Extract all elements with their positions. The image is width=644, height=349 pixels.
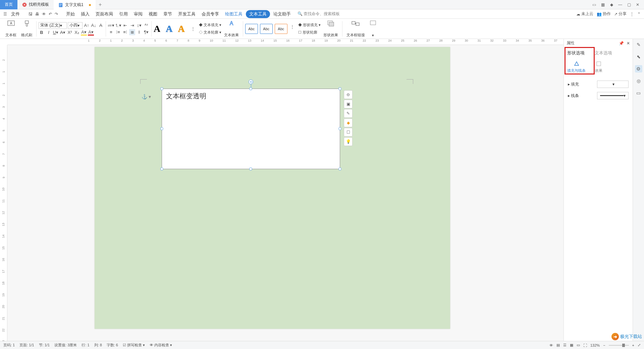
bold-button[interactable]: B (39, 30, 45, 36)
font-size-select[interactable]: 小四 ▾ (68, 22, 83, 29)
fit-icon[interactable]: ⛶ (583, 343, 587, 347)
sort-button[interactable]: ᴬᶻ (143, 22, 149, 29)
view-read-icon[interactable]: ▭ (577, 343, 580, 347)
status-chars[interactable]: 字数: 6 (107, 343, 118, 348)
strike-button[interactable]: A̶▾ (60, 30, 66, 36)
cloud-button[interactable]: ☁ 未上云 (576, 11, 593, 17)
text-style-a1[interactable]: A (154, 23, 160, 34)
tab-template[interactable]: 找稻壳模板 (17, 0, 54, 9)
text-outline-button[interactable]: ◇ 文本轮廓 ▾ (199, 30, 221, 35)
vertical-ruler[interactable]: 2112345678910111213141516171819202122232… (0, 45, 7, 341)
hamburger-icon[interactable]: ☰ (3, 12, 7, 16)
resize-handle-ne[interactable] (338, 87, 341, 90)
close-panel-icon[interactable]: ✕ (627, 41, 630, 46)
save-icon[interactable]: 🖫 (29, 12, 33, 16)
textbox-group[interactable]: A 文本框 (3, 20, 18, 38)
side-location-icon[interactable]: ◎ (635, 77, 642, 85)
super-button[interactable]: X² (67, 30, 73, 36)
shrink-font-icon[interactable]: A↓ (91, 22, 97, 29)
panel-tab-shape[interactable]: 形状选项 (567, 50, 585, 57)
menu-reference[interactable]: 引用 (116, 10, 130, 18)
menu-text-tool[interactable]: 文本工具 (246, 10, 270, 18)
shape-outline-button[interactable]: ☐ 形状轮廓 (298, 30, 317, 35)
float-idea-button[interactable]: 💡 (344, 137, 353, 146)
zoom-in-button[interactable]: + (632, 343, 634, 347)
textbox-link-group[interactable]: 文本框链接 (344, 20, 367, 38)
share-button[interactable]: ↗ 分享 (614, 11, 627, 17)
menu-draw-tool[interactable]: 绘图工具 (222, 10, 245, 18)
clear-format-icon[interactable]: A̶ (98, 22, 104, 29)
resize-handle-w[interactable] (160, 127, 163, 130)
float-outline-button[interactable]: ☐ (344, 128, 353, 137)
status-page[interactable]: 页面: 1/1 (19, 343, 34, 348)
undo-icon[interactable]: ↶ (49, 12, 52, 16)
search-input[interactable]: 🔍 查找命令、搜索模板 (298, 11, 340, 17)
side-settings-icon[interactable]: ⚙ (635, 65, 642, 72)
minimize-button[interactable]: — (616, 1, 624, 8)
resize-handle-se[interactable] (338, 167, 341, 170)
document-canvas[interactable]: ⚓ ▾ 文本框变透明 ⟲ ⊖ ▣ ✎ ◆ ☐ 💡 (7, 45, 564, 341)
para-spacing-button[interactable]: ¶▾ (143, 29, 149, 35)
horizontal-ruler[interactable]: 1212345678910111213141516171819202122232… (7, 39, 564, 45)
resize-handle-sw[interactable] (160, 167, 163, 170)
tab-home[interactable]: 首页 (0, 0, 17, 9)
file-menu[interactable]: 文件 (8, 10, 22, 18)
preview-icon[interactable]: 👁 (42, 12, 46, 16)
shape-fill-button[interactable]: ◆ 形状填充 ▾ (298, 22, 321, 28)
line-section[interactable]: ▸ 线条 (568, 93, 579, 99)
layout-icon[interactable]: ▭ (590, 1, 598, 8)
status-eye-icon[interactable]: 👁 (549, 343, 553, 347)
line-select[interactable]: ▾ (597, 92, 629, 99)
apps-icon[interactable]: ▦ (599, 1, 606, 8)
font-name-select[interactable]: 宋体 (正文) ▾ (39, 22, 67, 29)
zoom-slider[interactable] (609, 345, 629, 346)
side-select-icon[interactable]: ⬉ (635, 53, 642, 60)
fill-select[interactable]: ▾ (597, 81, 629, 88)
outdent-button[interactable]: ⇤ (122, 22, 128, 29)
zoom-out-button[interactable]: − (603, 343, 605, 347)
grow-font-icon[interactable]: A↑ (84, 22, 90, 29)
menu-vip[interactable]: 会员专享 (199, 10, 222, 18)
close-button[interactable]: ✕ (634, 1, 641, 8)
distribute-button[interactable]: ⫴ (136, 29, 142, 35)
menu-insert[interactable]: 插入 (78, 10, 92, 18)
bullets-button[interactable]: ≔▾ (108, 22, 114, 29)
shape-effect-group[interactable]: 形状效果 (321, 20, 340, 38)
text-effect-group[interactable]: A 文本效果 (222, 20, 241, 38)
overflow-group[interactable]: ▾ (368, 20, 378, 38)
align-center-button[interactable]: ⁝≡ (115, 29, 121, 35)
justify-button[interactable]: ≣ (129, 29, 135, 35)
zoom-level[interactable]: 132% (590, 343, 600, 347)
float-fill-button[interactable]: ◆ (344, 118, 353, 127)
collapse-ribbon-icon[interactable]: ⌃ (637, 12, 641, 16)
shape-style-2[interactable]: Abc (260, 24, 273, 34)
align-right-button[interactable]: ≡⁝ (122, 29, 128, 35)
skin-icon[interactable]: ◆ (608, 1, 615, 8)
resize-handle-n[interactable] (249, 87, 252, 90)
coop-button[interactable]: 👥 协作 (597, 11, 611, 17)
text-box[interactable]: 文本框变透明 ⟲ ⊖ ▣ ✎ ◆ ☐ 💡 (162, 89, 340, 169)
status-content[interactable]: 👁 内容检查 ▾ (150, 343, 172, 348)
fullscreen-icon[interactable]: ⤢ (638, 343, 641, 347)
pin-icon[interactable]: 📌 (619, 41, 624, 46)
float-edit-button[interactable]: ✎ (344, 109, 353, 118)
menu-dev[interactable]: 开发工具 (175, 10, 198, 18)
redo-icon[interactable]: ↷ (55, 12, 58, 16)
menu-thesis[interactable]: 论文助手 (271, 10, 293, 18)
numbering-button[interactable]: ⒈▾ (115, 22, 121, 29)
print-icon[interactable]: 🖶 (35, 12, 39, 16)
more-icon[interactable]: ⋮ (630, 12, 634, 16)
status-spell[interactable]: ☑ 拼写检查 ▾ (123, 343, 145, 348)
status-row[interactable]: 行: 1 (82, 343, 89, 348)
new-tab-button[interactable]: + (96, 2, 105, 8)
tab-document[interactable]: 文字文稿1 (54, 0, 96, 9)
italic-button[interactable]: I (46, 30, 52, 36)
line-spacing-button[interactable]: ↕▾ (136, 22, 142, 29)
shape-styles-more-button[interactable]: ⋮ (289, 24, 296, 30)
status-pageno[interactable]: 页码: 1 (3, 343, 15, 348)
rotate-handle[interactable]: ⟲ (249, 80, 253, 84)
menu-chapter[interactable]: 章节 (161, 10, 175, 18)
indent-button[interactable]: ⇥ (129, 22, 135, 29)
view-outline-icon[interactable]: ☰ (563, 343, 567, 347)
highlight-button[interactable]: A▾ (81, 30, 87, 36)
